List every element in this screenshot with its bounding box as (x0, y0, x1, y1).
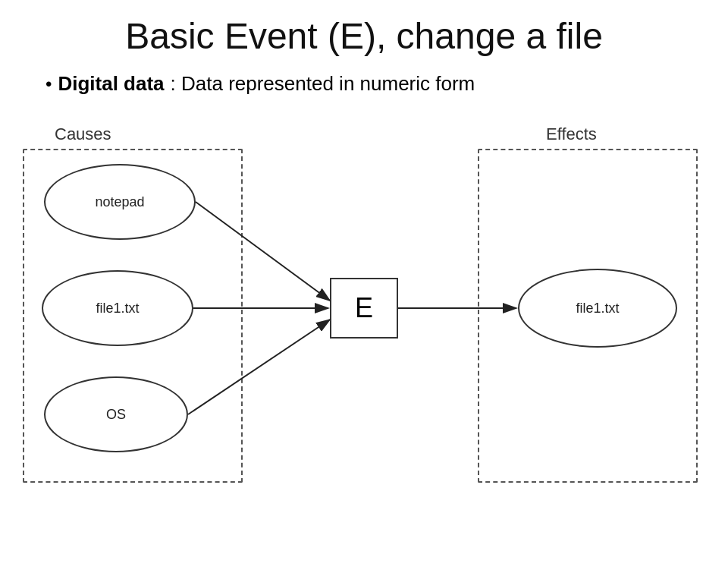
diagram-area: Causes Effects notepad file1.txt OS file… (0, 118, 728, 498)
file1-cause-label: file1.txt (96, 301, 139, 316)
os-label: OS (106, 407, 126, 423)
page-title: Basic Event (E), change a file (0, 0, 728, 72)
file1-cause-ellipse: file1.txt (42, 270, 193, 346)
bullet-icon: • (46, 75, 52, 93)
causes-label: Causes (55, 124, 111, 144)
file1-effect-ellipse: file1.txt (518, 269, 677, 348)
os-ellipse: OS (44, 376, 188, 452)
notepad-label: notepad (95, 194, 144, 210)
bullet-bold: Digital data (58, 72, 164, 96)
bullet-line: • Digital data : Data represented in num… (0, 72, 728, 118)
event-box: E (330, 278, 398, 339)
event-label: E (355, 292, 373, 324)
notepad-ellipse: notepad (44, 164, 196, 240)
effects-label: Effects (546, 124, 597, 144)
bullet-rest: : Data represented in numeric form (171, 72, 475, 96)
file1-effect-label: file1.txt (576, 301, 619, 316)
